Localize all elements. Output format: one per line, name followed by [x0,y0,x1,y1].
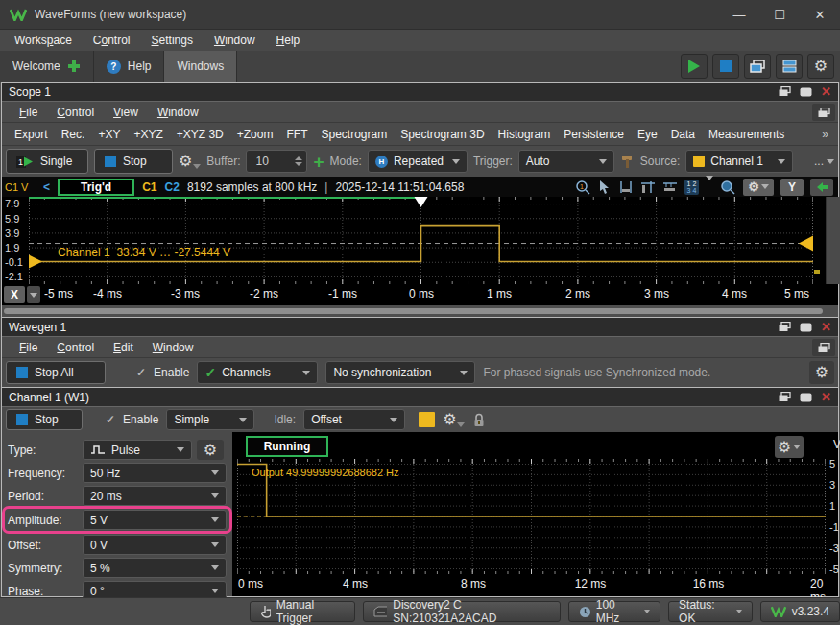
maximize-icon[interactable]: ☐ [759,0,800,29]
maximize-icon[interactable] [800,393,812,402]
device-button[interactable]: Discovery2 C SN:210321A2ACAD [363,601,561,622]
lock-icon[interactable] [472,413,486,427]
wavegen-titlebar[interactable]: Wavegen 1 ✕ [2,318,838,337]
toolbar-histogram[interactable]: Histogram [492,128,558,141]
scope-waveform-chart[interactable] [29,197,813,284]
scope-vertical-scrollbar[interactable] [826,197,840,284]
scrollbar-thumb[interactable] [4,308,823,314]
y-axis-button[interactable]: Y [780,179,804,196]
scope-titlebar[interactable]: Scope 1 ✕ [2,83,838,102]
single-button[interactable]: 1 Single [6,149,88,174]
collapse-panel-button[interactable] [810,179,833,196]
channel1-stop-button[interactable]: Stop [6,409,83,430]
wavegen-stop-all-button[interactable]: Stop All [6,361,106,384]
undock-button[interactable] [812,339,835,356]
toolbar-xyz3d[interactable]: +XYZ 3D [170,128,230,141]
toolbar-rec[interactable]: Rec. [55,128,92,141]
cursor-options-caret[interactable] [706,180,713,194]
generator-mode-dropdown[interactable]: Simple [166,409,254,430]
x-axis-caret-button[interactable] [27,286,40,303]
undock-button[interactable] [812,104,835,121]
toolbar-overflow-button[interactable]: » [822,128,832,141]
preview-settings-button[interactable]: ⚙ [775,436,804,458]
manual-trigger-button[interactable]: Manual Trigger [250,601,355,622]
synchronization-dropdown[interactable]: No synchronization [325,361,475,384]
stop-all-button[interactable] [712,54,739,79]
scope-stop-button[interactable]: Stop [94,149,173,174]
toolbar-xyz[interactable]: +XYZ [127,128,169,141]
channel1-titlebar[interactable]: Channel 1 (W1) ✕ [2,388,838,407]
menu-window[interactable]: Window [204,34,266,47]
wavegen-menu-file[interactable]: File [10,341,47,354]
maximize-icon[interactable] [800,323,812,332]
vertical-cursors-icon[interactable] [640,180,656,194]
toolbar-fft[interactable]: FFT [279,128,314,141]
source-dropdown[interactable]: Channel 1 [685,150,793,173]
tab-windows[interactable]: Windows [164,51,237,82]
add-buffer-icon[interactable]: + [313,153,324,171]
amplitude-dropdown[interactable]: 5 V [83,510,227,530]
tab-welcome[interactable]: Welcome [0,51,94,82]
channel-color-button[interactable] [419,412,435,427]
marker-icon[interactable] [814,270,820,274]
horizontal-cursors-icon[interactable] [618,180,634,194]
cascade-icon[interactable] [779,86,791,97]
offset-dropdown[interactable]: 0 V [83,535,227,555]
collapse-left-icon[interactable]: < [43,180,50,194]
acquisition-settings-button[interactable]: ⚙ [179,154,201,169]
tile-windows-button[interactable] [776,54,803,79]
measure-icon[interactable] [662,180,678,193]
toolbar-export[interactable]: Export [8,128,55,141]
close-icon[interactable]: ✕ [821,321,831,333]
enable-checkbox[interactable]: ✓ [106,413,115,426]
close-icon[interactable]: ✕ [821,85,831,98]
scope-menu-window[interactable]: Window [148,106,208,119]
wavegen-menu-control[interactable]: Control [47,341,104,354]
pointer-icon[interactable] [598,180,612,194]
type-dropdown[interactable]: Pulse [83,440,192,460]
maximize-icon[interactable] [800,87,812,97]
trigger-dropdown[interactable]: Auto [518,150,614,173]
scope-horizontal-scrollbar[interactable] [2,305,838,317]
toolbar-spectrogram3d[interactable]: Spectrogram 3D [394,128,491,141]
x-axis-button[interactable]: X [4,286,25,303]
channel1-badge[interactable]: C1 [142,180,156,194]
toolbar-xy[interactable]: +XY [91,128,127,141]
run-all-button[interactable] [681,54,708,79]
axis-corner-label[interactable]: C1 V [5,181,36,193]
minimize-icon[interactable]: — [719,0,759,29]
toolbar-spectrogram[interactable]: Spectrogram [314,128,394,141]
menu-workspace[interactable]: Workspace [4,34,83,47]
enable-checkbox[interactable]: ✓ [136,366,146,379]
tab-help[interactable]: ? Help [94,51,165,82]
scope-plot-area[interactable]: 7.9 5.9 3.9 1.9 -0.1 -2.1 Channel 1 33.3… [2,197,838,284]
more-options-button[interactable]: ... [814,155,834,168]
menu-settings[interactable]: Settings [141,34,204,47]
period-dropdown[interactable]: 20 ms [83,486,227,506]
toolbar-data[interactable]: Data [664,128,702,141]
cursors-1234-icon[interactable]: 1 2 3 4 [684,180,700,195]
wavegen-preview-plot[interactable]: Running Output 49.99999992688682 Hz ⚙ V … [232,432,838,596]
channel2-badge[interactable]: C2 [165,180,180,194]
clock-frequency-button[interactable]: 100 MHz [568,601,660,622]
menu-control[interactable]: Control [83,34,141,47]
scope-menu-view[interactable]: View [104,106,148,119]
toolbar-zoom[interactable]: +Zoom [230,128,280,141]
frequency-dropdown[interactable]: 50 Hz [83,463,227,483]
spinner-arrows-icon[interactable] [295,156,302,166]
menu-help[interactable]: Help [266,34,311,47]
toolbar-eye[interactable]: Eye [631,128,664,141]
version-button[interactable]: v3.23.4 [760,601,840,622]
symmetry-dropdown[interactable]: 5 % [83,558,227,578]
close-icon[interactable]: ✕ [821,391,831,403]
zoom-in-icon[interactable]: 1 [575,180,591,195]
cascade-icon[interactable] [779,392,791,402]
close-icon[interactable]: ✕ [800,0,840,29]
toolbar-measurements[interactable]: Measurements [702,128,791,141]
wavegen-menu-window[interactable]: Window [143,341,204,354]
idle-dropdown[interactable]: Offset [303,409,405,430]
mode-dropdown[interactable]: H Repeated [368,150,468,173]
scope-menu-file[interactable]: File [10,106,47,119]
options-button[interactable]: ⚙ [807,54,834,79]
zoom-fit-icon[interactable] [720,180,736,195]
